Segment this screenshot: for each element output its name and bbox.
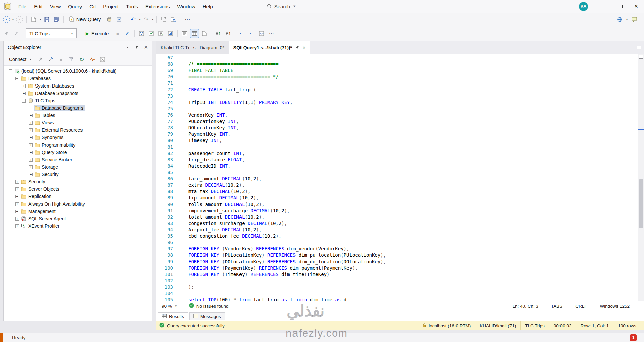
- tree-item-external-resources[interactable]: +External Resources: [4, 126, 152, 134]
- scrollbar-thumb[interactable]: [639, 179, 643, 228]
- line-number[interactable]: 76: [156, 112, 173, 118]
- results-to-grid-icon[interactable]: [190, 29, 199, 38]
- tree-expander-icon[interactable]: −: [22, 99, 26, 103]
- tree-expander-icon[interactable]: −: [9, 69, 12, 73]
- line-number[interactable]: 80: [156, 137, 173, 144]
- refresh-icon[interactable]: ↻: [77, 55, 86, 64]
- tree-item-security[interactable]: +Security: [4, 171, 152, 178]
- line-number[interactable]: 98: [156, 252, 173, 259]
- save-all-button[interactable]: [52, 15, 61, 24]
- tree-item-service-broker[interactable]: +Service Broker: [4, 156, 152, 163]
- line-number[interactable]: 104: [156, 290, 173, 297]
- increase-indent-icon[interactable]: [247, 29, 256, 38]
- menu-window[interactable]: Window: [173, 0, 199, 13]
- code-line-73[interactable]: 73: [156, 93, 644, 99]
- panel-menu-chevron-icon[interactable]: ▼: [126, 46, 129, 49]
- tree-expander-icon[interactable]: +: [15, 224, 19, 228]
- code-line-72[interactable]: 72CREATE TABLE fact_trip (: [156, 87, 644, 93]
- line-number[interactable]: 89: [156, 195, 173, 201]
- line-number[interactable]: 92: [156, 214, 173, 220]
- code-line-78[interactable]: 78DOLocationKey INT,: [156, 125, 644, 131]
- line-number[interactable]: 103: [156, 284, 173, 290]
- actual-plan-icon[interactable]: [156, 29, 165, 38]
- split-editor-handle[interactable]: [639, 55, 643, 59]
- tree-expander-icon[interactable]: +: [29, 158, 33, 162]
- code-line-70[interactable]: 70============================= */: [156, 74, 644, 80]
- code-line-99[interactable]: 99FOREIGN KEY (DOLocationKey) REFERENCES…: [156, 259, 644, 265]
- code-line-81[interactable]: 81: [156, 144, 644, 150]
- menu-help[interactable]: Help: [199, 0, 217, 13]
- tree-item-server-objects[interactable]: +Server Objects: [4, 185, 152, 193]
- tree-item-programmability[interactable]: +Programmability: [4, 141, 152, 149]
- line-number[interactable]: 71: [156, 80, 173, 87]
- encoding[interactable]: Windows 1252: [600, 304, 630, 309]
- line-number[interactable]: 73: [156, 93, 173, 99]
- close-button[interactable]: ✕: [628, 0, 644, 13]
- tree-item-tlc-trips[interactable]: −TLC Trips: [4, 97, 152, 104]
- filter-icon[interactable]: [67, 55, 76, 64]
- live-query-stats-icon[interactable]: [147, 29, 156, 38]
- code-line-69[interactable]: 69FINAL FACT TABLE: [156, 67, 644, 74]
- tree-item-database-diagrams[interactable]: Database Diagrams: [4, 104, 152, 112]
- line-number[interactable]: 96: [156, 239, 173, 246]
- results-tab-messages[interactable]: Messages: [189, 312, 225, 320]
- tree-item-databases[interactable]: −Databases: [4, 75, 152, 82]
- line-number[interactable]: 82: [156, 150, 173, 157]
- line-number[interactable]: 81: [156, 144, 173, 150]
- line-number[interactable]: 78: [156, 125, 173, 131]
- code-line-86[interactable]: 86fare_amount DECIMAL(10,2),: [156, 176, 644, 182]
- tree-expander-icon[interactable]: +: [29, 114, 33, 117]
- close-tab-icon[interactable]: ✕: [302, 45, 306, 50]
- search-box[interactable]: Search ▼: [267, 4, 296, 9]
- navigate-back-dropdown-icon[interactable]: ▼: [12, 18, 14, 21]
- results-to-text-icon[interactable]: [180, 29, 189, 38]
- line-number[interactable]: 69: [156, 67, 173, 74]
- code-line-90[interactable]: 90tolls_amount DECIMAL(10,2),: [156, 201, 644, 208]
- tree-item-xevent-profiler[interactable]: +XEvent Profiler: [4, 222, 152, 230]
- pin-tab-icon[interactable]: [295, 45, 299, 50]
- code-line-105[interactable]: 105select TOP(100) * from fact_trip as f…: [156, 297, 644, 301]
- pin-connection-icon[interactable]: [2, 29, 11, 38]
- code-line-94[interactable]: 94Airport_fee DECIMAL(10,2),: [156, 227, 644, 233]
- new-file-button[interactable]: [29, 15, 38, 24]
- disconnect-icon[interactable]: [36, 55, 45, 64]
- tree-expander-icon[interactable]: +: [29, 173, 33, 176]
- new-file-dropdown-icon[interactable]: ▼: [39, 18, 42, 21]
- code-line-103[interactable]: 103);: [156, 284, 644, 290]
- line-number[interactable]: 70: [156, 74, 173, 80]
- sql-code-editor[interactable]: 6768/* =============================69FI…: [156, 54, 644, 301]
- client-statistics-icon[interactable]: [166, 29, 175, 38]
- code-line-104[interactable]: 104: [156, 290, 644, 297]
- tab-overflow-icon[interactable]: ⋯: [627, 45, 632, 50]
- line-number[interactable]: 68: [156, 61, 173, 67]
- document-tab-khalid-tlc-tr-s-diagram-0[interactable]: Khalid.TLC Tr...s - Diagram_0*: [156, 41, 229, 54]
- line-number[interactable]: 87: [156, 182, 173, 188]
- code-line-98[interactable]: 98FOREIGN KEY (PULocationKey) REFERENCES…: [156, 252, 644, 259]
- code-line-84[interactable]: 84RatecodeID INT,: [156, 163, 644, 169]
- menu-edit[interactable]: Edit: [30, 0, 46, 13]
- line-number[interactable]: 91: [156, 208, 173, 214]
- tree-item-views[interactable]: +Views: [4, 119, 152, 126]
- line-number[interactable]: 85: [156, 169, 173, 176]
- tree-item-sql-server-agent[interactable]: +SQL Server Agent: [4, 215, 152, 222]
- code-line-87[interactable]: 87extra DECIMAL(10,2),: [156, 182, 644, 188]
- code-line-74[interactable]: 74TripID INT IDENTITY(1,1) PRIMARY KEY,: [156, 99, 644, 106]
- tree-item-database-snapshots[interactable]: +Database Snapshots: [4, 90, 152, 97]
- zoom-selector[interactable]: 90 % ▼: [159, 303, 180, 309]
- code-line-101[interactable]: 101FOREIGN KEY (TimeKey) REFERENCES dim_…: [156, 271, 644, 278]
- tree-expander-icon[interactable]: +: [29, 136, 33, 139]
- document-tab-sqlquery1-s-khali-71[interactable]: SQLQuery1.s...\khali (71))*✕: [229, 41, 310, 54]
- tree-expander-icon[interactable]: +: [29, 165, 33, 169]
- code-line-102[interactable]: 102: [156, 278, 644, 284]
- line-number[interactable]: 97: [156, 246, 173, 252]
- menu-tools[interactable]: Tools: [122, 0, 142, 13]
- close-panel-icon[interactable]: ✕: [144, 45, 148, 50]
- tree-item-query-store[interactable]: +Query Store: [4, 149, 152, 156]
- navigate-back-button[interactable]: ‹: [2, 15, 11, 24]
- redo-button[interactable]: ↷: [142, 15, 151, 24]
- tree-item-local-sql-server-16-0-1000-6-khalid-khal[interactable]: −(local) (SQL Server 16.0.1000.6 - khali…: [4, 67, 152, 75]
- code-line-83[interactable]: 83trip_distance FLOAT,: [156, 157, 644, 163]
- connect-server-icon[interactable]: [46, 55, 55, 64]
- code-line-71[interactable]: 71: [156, 80, 644, 87]
- parse-check-icon[interactable]: ✓: [123, 29, 132, 38]
